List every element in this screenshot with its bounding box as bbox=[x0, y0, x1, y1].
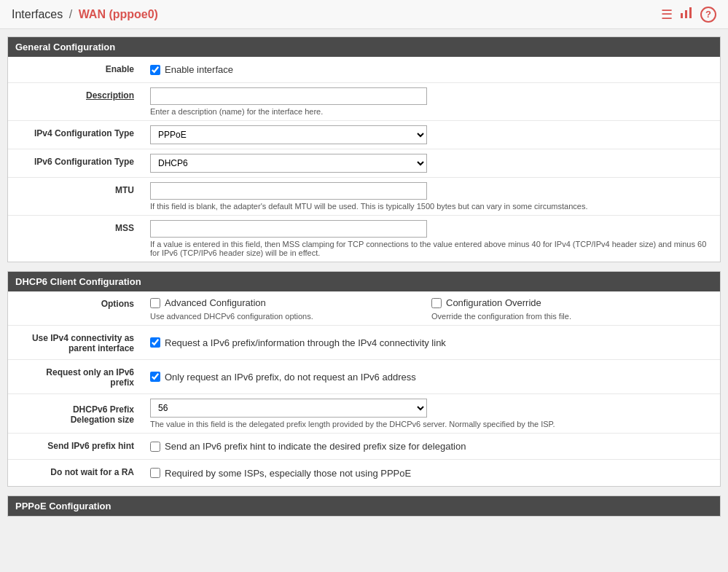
no-wait-ra-row: Do not wait for a RA Required by some IS… bbox=[8, 460, 720, 486]
breadcrumb-separator: / bbox=[69, 8, 72, 20]
ipv6-prefix-only-field: Only request an IPv6 prefix, do not requ… bbox=[143, 360, 720, 393]
breadcrumb: Interfaces / WAN (pppoe0) bbox=[12, 8, 158, 21]
advanced-config-row: Advanced Configuration bbox=[150, 296, 431, 310]
svg-rect-1 bbox=[685, 10, 687, 18]
pppoe-config-header: PPPoE Configuration bbox=[8, 496, 720, 516]
ipv6-config-type-label: IPv6 Configuration Type bbox=[8, 149, 143, 177]
enable-label: Enable bbox=[8, 57, 143, 82]
description-label: Description bbox=[8, 83, 143, 120]
no-wait-ra-checkbox-label: Required by some ISPs, especially those … bbox=[165, 468, 411, 479]
enable-checkbox[interactable] bbox=[150, 65, 160, 75]
general-config-header: General Configuration bbox=[8, 37, 720, 57]
ipv6-prefix-hint-label: Send IPv6 prefix hint bbox=[8, 434, 143, 459]
ipv6-prefix-only-label: Request only an IPv6 prefix bbox=[8, 360, 143, 393]
config-override-row: Configuration Override bbox=[431, 296, 713, 310]
mtu-hint: If this field is blank, the adapter's de… bbox=[150, 202, 713, 211]
ipv4-config-type-select[interactable]: PPPoE DHCP Static None bbox=[150, 125, 427, 144]
no-wait-ra-checkbox[interactable] bbox=[150, 468, 160, 478]
config-override-label: Configuration Override bbox=[446, 297, 541, 308]
svg-rect-0 bbox=[681, 13, 683, 18]
no-wait-ra-checkbox-row: Required by some ISPs, especially those … bbox=[150, 466, 713, 480]
general-config-section: General Configuration Enable Enable inte… bbox=[7, 36, 721, 262]
advanced-config-label: Advanced Configuration bbox=[165, 297, 266, 308]
advanced-config-hint: Use advanced DHCPv6 configuration option… bbox=[150, 312, 431, 321]
ipv6-config-type-select[interactable]: DHCP6 Static None Track Interface bbox=[150, 154, 427, 173]
prefix-delegation-label: DHCPv6 Prefix Delegation size bbox=[8, 394, 143, 433]
options-two-col: Advanced Configuration Use advanced DHCP… bbox=[143, 291, 720, 325]
description-input[interactable]: WAN bbox=[150, 87, 427, 105]
ipv4-connectivity-checkbox-row: Request a IPv6 prefix/information throug… bbox=[150, 336, 713, 350]
mss-label: MSS bbox=[8, 216, 143, 262]
prefix-delegation-hint: The value in this field is the delegated… bbox=[150, 420, 713, 428]
options-col2: Configuration Override Override the conf… bbox=[431, 296, 713, 321]
mtu-input[interactable] bbox=[150, 182, 427, 200]
dhcp6-config-section: DHCP6 Client Configuration Options Advan… bbox=[7, 271, 721, 487]
enable-row: Enable Enable interface bbox=[8, 57, 720, 83]
mss-field: If a value is entered in this field, the… bbox=[143, 216, 720, 262]
chart-icon[interactable] bbox=[680, 6, 693, 23]
ipv6-prefix-only-checkbox-row: Only request an IPv6 prefix, do not requ… bbox=[150, 370, 713, 384]
mtu-label: MTU bbox=[8, 178, 143, 215]
ipv6-config-type-row: IPv6 Configuration Type DHCP6 Static Non… bbox=[8, 149, 720, 178]
mss-hint: If a value is entered in this field, the… bbox=[150, 240, 713, 257]
enable-checkbox-label: Enable interface bbox=[165, 64, 233, 75]
no-wait-ra-field: Required by some ISPs, especially those … bbox=[143, 460, 720, 486]
no-wait-ra-label: Do not wait for a RA bbox=[8, 460, 143, 486]
breadcrumb-current: WAN (pppoe0) bbox=[79, 8, 158, 20]
config-override-hint: Override the configuration from this fil… bbox=[431, 312, 713, 321]
mss-row: MSS If a value is entered in this field,… bbox=[8, 216, 720, 262]
ipv4-config-type-label: IPv4 Configuration Type bbox=[8, 121, 143, 149]
ipv6-prefix-only-checkbox-label: Only request an IPv6 prefix, do not requ… bbox=[165, 372, 416, 383]
ipv6-prefix-hint-field: Send an IPv6 prefix hint to indicate the… bbox=[143, 434, 720, 459]
ipv4-connectivity-label: Use IPv4 connectivity as parent interfac… bbox=[8, 326, 143, 359]
top-bar: Interfaces / WAN (pppoe0) ☰ ? bbox=[0, 0, 728, 29]
ipv6-prefix-hint-checkbox[interactable] bbox=[150, 442, 160, 452]
top-icon-group: ☰ ? bbox=[661, 6, 716, 23]
list-icon[interactable]: ☰ bbox=[661, 7, 673, 23]
breadcrumb-parent: Interfaces bbox=[12, 8, 63, 20]
options-col1: Advanced Configuration Use advanced DHCP… bbox=[150, 296, 431, 321]
prefix-delegation-row: DHCPv6 Prefix Delegation size 56 48 60 6… bbox=[8, 394, 720, 434]
ipv6-prefix-only-row: Request only an IPv6 prefix Only request… bbox=[8, 360, 720, 394]
ipv6-prefix-hint-row: Send IPv6 prefix hint Send an IPv6 prefi… bbox=[8, 434, 720, 460]
ipv4-connectivity-checkbox[interactable] bbox=[150, 337, 160, 348]
description-hint: Enter a description (name) for the inter… bbox=[150, 107, 713, 116]
page-content: General Configuration Enable Enable inte… bbox=[0, 29, 728, 533]
description-row: Description WAN Enter a description (nam… bbox=[8, 83, 720, 121]
ipv4-config-type-row: IPv4 Configuration Type PPPoE DHCP Stati… bbox=[8, 121, 720, 149]
prefix-delegation-select[interactable]: 56 48 60 64 bbox=[150, 399, 427, 418]
options-row: Options Advanced Configuration Use advan… bbox=[8, 291, 720, 326]
prefix-delegation-field: 56 48 60 64 The value in this field is t… bbox=[143, 394, 720, 433]
options-label: Options bbox=[8, 291, 143, 325]
enable-field: Enable interface bbox=[143, 57, 720, 82]
mss-input[interactable] bbox=[150, 220, 427, 238]
description-field: WAN Enter a description (name) for the i… bbox=[143, 83, 720, 120]
config-override-checkbox[interactable] bbox=[431, 298, 442, 308]
mtu-field: If this field is blank, the adapter's de… bbox=[143, 178, 720, 215]
dhcp6-config-header: DHCP6 Client Configuration bbox=[8, 272, 720, 291]
help-icon[interactable]: ? bbox=[700, 7, 716, 23]
pppoe-config-section: PPPoE Configuration bbox=[7, 495, 721, 517]
ipv4-connectivity-field: Request a IPv6 prefix/information throug… bbox=[143, 326, 720, 359]
ipv6-prefix-hint-checkbox-label: Send an IPv6 prefix hint to indicate the… bbox=[165, 441, 466, 452]
mtu-row: MTU If this field is blank, the adapter'… bbox=[8, 178, 720, 216]
ipv6-prefix-only-checkbox[interactable] bbox=[150, 372, 160, 382]
advanced-config-checkbox[interactable] bbox=[150, 298, 160, 308]
ipv4-config-type-field: PPPoE DHCP Static None bbox=[143, 121, 720, 149]
ipv6-config-type-field: DHCP6 Static None Track Interface bbox=[143, 149, 720, 177]
enable-checkbox-row: Enable interface bbox=[150, 63, 713, 77]
ipv6-prefix-hint-checkbox-row: Send an IPv6 prefix hint to indicate the… bbox=[150, 439, 713, 453]
ipv4-connectivity-checkbox-label: Request a IPv6 prefix/information throug… bbox=[165, 337, 446, 348]
ipv4-connectivity-row: Use IPv4 connectivity as parent interfac… bbox=[8, 326, 720, 360]
svg-rect-2 bbox=[689, 7, 692, 18]
